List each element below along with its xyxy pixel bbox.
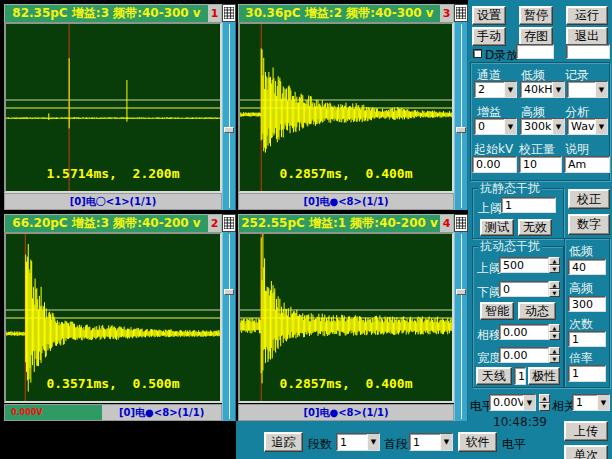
panel-4-number-badge: 4 [440,215,453,232]
level-select[interactable]: 0.00V ▼ [489,394,536,411]
grid-icon [456,217,466,229]
spin-up-icon[interactable]: ▲ [539,394,550,403]
spin-up-icon[interactable]: ▲ [549,324,560,332]
chevron-down-icon[interactable]: ▼ [504,81,517,98]
spin-down-icon[interactable]: ▼ [549,289,560,297]
panel-4-grid-button[interactable] [454,214,468,232]
channel-select[interactable]: 2 ▼ [474,81,517,98]
panel-4-status-text: [0]电●<8>(1/1) [239,406,453,420]
dyn-lower-label: 下阈 [477,284,501,301]
count-field[interactable]: 1 [568,331,606,347]
dyn-upper-field[interactable]: 500 [499,257,549,273]
width-field[interactable]: 0.00 [499,347,549,363]
segments-select[interactable]: 1 ▼ [336,433,380,451]
slider-line [461,24,462,208]
chevron-down-icon[interactable]: ▼ [504,118,517,135]
dyn-upper-spinner[interactable]: ▲ ▼ [549,257,560,273]
panel-3-header-label: 66.20pC 增益:3 频带:40-200 v [5,215,208,232]
width-spinner[interactable]: ▲ ▼ [549,347,560,363]
panel-2-scale-slider[interactable] [454,22,468,210]
spin-up-icon[interactable]: ▲ [549,347,560,355]
panel-4-scale-slider[interactable] [454,232,468,421]
dyn-lower-field[interactable]: 0 [499,281,549,297]
trace-button[interactable]: 追踪 [264,432,303,452]
gain-select[interactable]: 0 ▼ [474,118,517,135]
panel-4-slider-thumb[interactable] [456,289,466,295]
single-button[interactable]: 单次 [564,445,608,459]
lowfreq-select[interactable]: 40kHz ▼ [520,81,565,98]
static-upper-field[interactable]: 1 [501,197,556,213]
panel-2-header-label: 30.36pC 增益:2 频带:40-300 v [239,5,440,22]
chevron-down-icon[interactable]: ▼ [440,433,453,451]
antenna-button[interactable]: 天线 [476,367,512,385]
slider-line [229,24,230,208]
dynamic-button[interactable]: 动态 [518,302,556,320]
correlation-select[interactable]: 1 ▼ [572,394,610,411]
panel-2-grid-button[interactable] [454,4,468,22]
panel-1-grid-button[interactable] [222,4,236,22]
dyn-lower-spinner[interactable]: ▲ ▼ [549,281,560,297]
first-segment-select[interactable]: 1 ▼ [409,433,453,451]
panel-1-slider-thumb[interactable] [224,127,234,133]
panel-4-measurement: 0.2857ms, 0.400m [240,376,452,391]
record-field-2[interactable] [566,44,610,59]
record-field-1[interactable] [516,44,554,59]
chevron-down-icon[interactable]: ▼ [552,81,565,98]
chevron-down-icon[interactable]: ▼ [523,394,536,411]
panel-1-measurement: 1.5714ms, 2.200m [6,166,220,181]
chevron-down-icon[interactable]: ▼ [597,394,610,411]
software-button[interactable]: 软件 [458,432,497,452]
freq-low-field[interactable]: 40 [568,259,606,275]
pause-button[interactable]: 暂停 [519,6,553,25]
record-playback-checkbox[interactable] [473,49,482,58]
upload-button[interactable]: 上传 [564,421,608,441]
panel-4-header-label: 252.55pC 增益:1 频带:40-200 v [239,215,440,232]
smart-button[interactable]: 智能 [480,302,514,320]
spin-down-icon[interactable]: ▼ [549,355,560,363]
panel-3-scale-slider[interactable] [222,232,236,421]
panel-3-measurement: 0.3571ms, 0.500m [6,376,220,391]
panel-1-header[interactable]: 82.35pC 增益:3 频带:40-300 v 1 [4,4,222,22]
antenna-count-field[interactable]: 1 [514,367,526,385]
polarity-button[interactable]: 极性 [528,367,560,385]
run-button[interactable]: 运行 [566,6,608,25]
spin-down-icon[interactable]: ▼ [549,332,560,340]
chevron-down-icon[interactable]: ▼ [595,118,608,135]
panel-2-slider-thumb[interactable] [456,127,466,133]
record-select[interactable]: ▼ [567,81,608,98]
ratio-field[interactable]: 1 [568,365,606,382]
dyn-upper-label: 上阈 [477,260,501,277]
panel-4-statusbar: [0]电●<8>(1/1) [238,404,454,421]
panel-3-grid-button[interactable] [222,214,236,232]
level-spinner[interactable]: ▲ ▼ [539,394,550,411]
freq-high-field[interactable]: 300 [568,296,606,312]
panel-1-waveform: 1.5714ms, 2.200m [4,22,222,193]
spin-up-icon[interactable]: ▲ [549,257,560,265]
spin-down-icon[interactable]: ▼ [549,265,560,273]
test-button[interactable]: 测试 [480,219,514,236]
note-field[interactable]: Am [564,156,610,173]
panel-3-header[interactable]: 66.20pC 增益:3 频带:40-200 v 2 [4,214,222,232]
correction-field[interactable]: 10 [519,156,562,173]
analysis-select[interactable]: Wave ▼ [567,118,608,135]
phase-field[interactable]: 0.00 [499,324,549,340]
spin-up-icon[interactable]: ▲ [549,281,560,289]
panel-1-scale-slider[interactable] [222,22,236,210]
digital-button[interactable]: 数字 [568,214,610,235]
start-kv-field[interactable]: 0.00 [472,156,517,173]
panel-2-header[interactable]: 30.36pC 增益:2 频带:40-300 v 3 [238,4,454,22]
calibrate-button[interactable]: 校正 [568,189,610,209]
panel-3-slider-thumb[interactable] [224,289,234,295]
chevron-down-icon[interactable]: ▼ [367,433,380,451]
phase-spinner[interactable]: ▲ ▼ [549,324,560,340]
chevron-down-icon[interactable]: ▼ [595,81,608,98]
grid-icon [224,7,234,19]
dynamic-filter-title: 抗动态干扰 [478,240,542,252]
invalid-button[interactable]: 无效 [518,219,552,236]
chevron-down-icon[interactable]: ▼ [552,118,565,135]
spin-down-icon[interactable]: ▼ [539,403,550,412]
manual-button[interactable]: 手动 [472,27,506,46]
highfreq-select[interactable]: 300kHz ▼ [520,118,565,135]
settings-button[interactable]: 设置 [472,6,506,25]
panel-4-header[interactable]: 252.55pC 增益:1 频带:40-200 v 4 [238,214,454,232]
